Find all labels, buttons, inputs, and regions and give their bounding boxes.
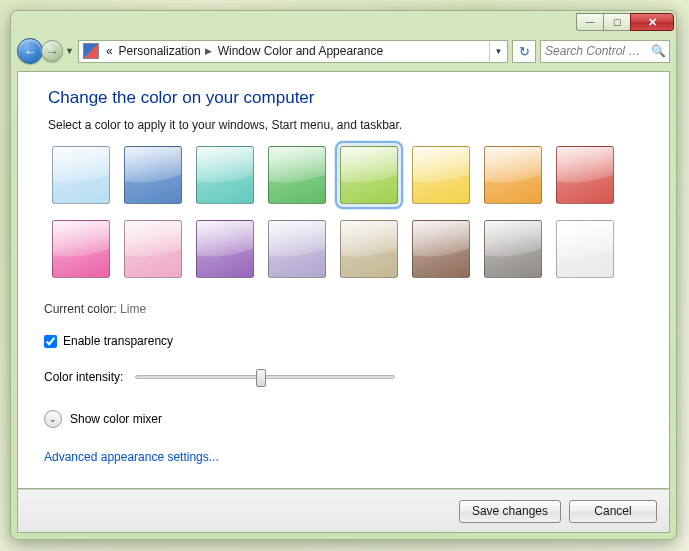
content-area: Change the color on your computer Select… xyxy=(17,71,670,489)
search-icon: 🔍 xyxy=(651,44,665,58)
color-swatch-ruby[interactable] xyxy=(556,146,614,204)
swatch-shine xyxy=(556,220,614,263)
swatch-shine xyxy=(556,146,614,189)
close-button[interactable]: ✕ xyxy=(630,13,674,31)
color-swatch-sky[interactable] xyxy=(52,146,110,204)
color-swatch-pumpkin[interactable] xyxy=(484,146,542,204)
swatch-shine xyxy=(484,146,542,189)
advanced-appearance-link[interactable]: Advanced appearance settings... xyxy=(44,450,647,464)
breadcrumb-back[interactable]: « xyxy=(103,44,116,58)
color-swatch-lavender[interactable] xyxy=(268,220,326,278)
current-color-label: Current color: xyxy=(44,302,117,316)
search-input[interactable]: Search Control … 🔍 xyxy=(540,40,670,63)
color-swatch-lime[interactable] xyxy=(340,146,398,204)
maximize-button[interactable]: ▢ xyxy=(603,13,631,31)
forward-button[interactable]: → xyxy=(41,40,63,62)
swatch-shine xyxy=(52,220,110,263)
swatch-shine xyxy=(340,220,398,263)
address-bar[interactable]: « Personalization ▶ Window Color and App… xyxy=(78,40,508,63)
color-swatch-violet[interactable] xyxy=(196,220,254,278)
save-button[interactable]: Save changes xyxy=(459,500,561,523)
breadcrumb-label: Window Color and Appearance xyxy=(218,44,383,58)
refresh-button[interactable]: ↻ xyxy=(512,40,536,63)
transparency-checkbox[interactable] xyxy=(44,335,57,348)
navigation-row: ← → ▼ « Personalization ▶ Window Color a… xyxy=(17,36,670,66)
swatch-shine xyxy=(124,220,182,263)
page-subtitle: Select a color to apply it to your windo… xyxy=(48,118,647,132)
breadcrumb-personalization[interactable]: Personalization ▶ xyxy=(116,44,215,58)
color-swatch-sea[interactable] xyxy=(196,146,254,204)
nav-history-dropdown-icon[interactable]: ▼ xyxy=(65,46,74,56)
transparency-row[interactable]: Enable transparency xyxy=(44,334,647,348)
color-swatch-taupe[interactable] xyxy=(340,220,398,278)
breadcrumb-label: Personalization xyxy=(119,44,201,58)
color-swatch-twilight[interactable] xyxy=(124,146,182,204)
breadcrumb-window-color[interactable]: Window Color and Appearance xyxy=(215,44,386,58)
swatch-shine xyxy=(484,220,542,263)
refresh-icon: ↻ xyxy=(519,44,530,59)
color-swatch-sun[interactable] xyxy=(412,146,470,204)
page-title: Change the color on your computer xyxy=(48,88,647,108)
swatch-shine xyxy=(340,146,398,189)
intensity-slider[interactable] xyxy=(135,375,395,379)
search-placeholder: Search Control … xyxy=(545,44,647,58)
color-swatch-frost[interactable] xyxy=(556,220,614,278)
swatch-shine xyxy=(412,146,470,189)
color-swatch-slate[interactable] xyxy=(484,220,542,278)
swatch-shine xyxy=(196,220,254,263)
current-color-row: Current color: Lime xyxy=(44,302,647,316)
forward-arrow-icon: → xyxy=(46,44,59,59)
color-swatch-blush[interactable] xyxy=(124,220,182,278)
chevron-right-icon: ▶ xyxy=(205,46,212,56)
swatch-shine xyxy=(268,146,326,189)
color-swatch-leaf[interactable] xyxy=(268,146,326,204)
show-color-mixer[interactable]: ⌄ Show color mixer xyxy=(44,410,647,428)
titlebar: — ▢ ✕ xyxy=(12,12,675,32)
back-button[interactable]: ← xyxy=(17,38,43,64)
minimize-button[interactable]: — xyxy=(576,13,604,31)
slider-thumb[interactable] xyxy=(256,369,266,387)
expand-chevron-icon: ⌄ xyxy=(44,410,62,428)
swatch-shine xyxy=(124,146,182,189)
control-panel-window: — ▢ ✕ ← → ▼ « Personalization ▶ Window C… xyxy=(10,10,677,540)
intensity-label: Color intensity: xyxy=(44,370,123,384)
back-arrow-icon: ← xyxy=(24,44,37,59)
swatch-shine xyxy=(412,220,470,263)
color-swatch-chocolate[interactable] xyxy=(412,220,470,278)
transparency-label: Enable transparency xyxy=(63,334,173,348)
current-color-value: Lime xyxy=(120,302,146,316)
address-history-dropdown[interactable]: ▼ xyxy=(489,41,507,62)
footer-bar: Save changes Cancel xyxy=(17,489,670,533)
nav-buttons: ← → ▼ xyxy=(17,38,74,64)
mixer-label: Show color mixer xyxy=(70,412,162,426)
swatch-shine xyxy=(268,220,326,263)
personalization-icon xyxy=(83,43,99,59)
color-swatch-fuchsia[interactable] xyxy=(52,220,110,278)
swatch-shine xyxy=(52,146,110,189)
swatch-shine xyxy=(196,146,254,189)
color-swatch-grid xyxy=(52,146,647,282)
intensity-row: Color intensity: xyxy=(44,370,647,384)
cancel-button[interactable]: Cancel xyxy=(569,500,657,523)
